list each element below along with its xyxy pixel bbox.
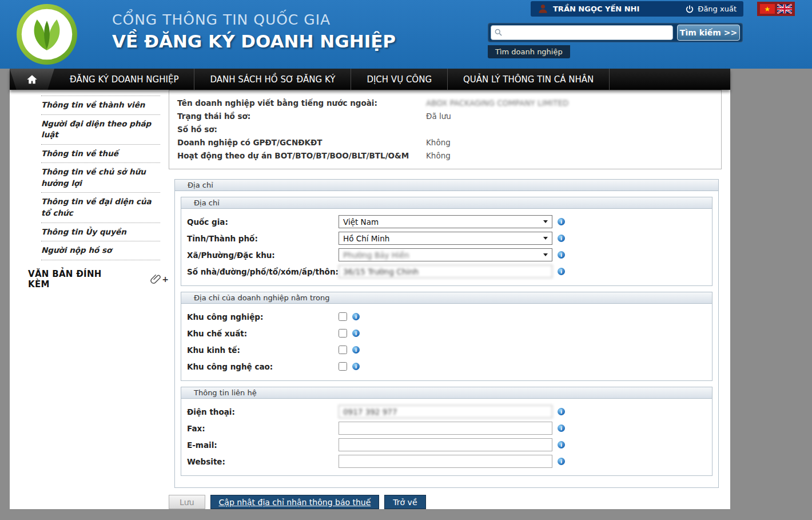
form-row: Quốc gia: Việt Nam	[181, 213, 712, 230]
language-switcher: ★	[757, 2, 795, 16]
page-header: CỔNG THÔNG TIN QUỐC GIA VỀ ĐĂNG KÝ DOANH…	[0, 0, 812, 69]
ward-select-value: Phường Bảy Hiền	[343, 251, 409, 260]
field-label: Website:	[187, 457, 339, 466]
dossier-status-value: Đã lưu	[426, 112, 451, 121]
content-area: Thông tin về thành viên Người đại diện t…	[10, 90, 730, 509]
site-title-line1: CỔNG THÔNG TIN QUỐC GIA	[112, 11, 396, 28]
address-fieldset: Địa chỉ Quốc gia: Việt Nam Tỉnh/Thành ph…	[181, 197, 713, 286]
save-button[interactable]: Lưu	[169, 495, 205, 509]
form-row: Khu công nghiệp:	[181, 308, 712, 325]
info-icon[interactable]	[352, 346, 360, 354]
address-section: Địa chỉ Địa chỉ Quốc gia: Việt Nam	[174, 179, 719, 488]
sidebar-item-dai-dien-phap-luat[interactable]: Người đại diện theo pháp luật	[41, 115, 160, 145]
hightech-zone-checkbox[interactable]	[339, 362, 347, 371]
info-icon[interactable]	[558, 268, 565, 275]
form-row: Khu chế xuất:	[181, 325, 712, 342]
summary-row: Doanh nghiệp có GPĐT/GCNĐKĐT Không	[177, 136, 713, 149]
website-input[interactable]	[339, 455, 552, 468]
form-row: Điện thoại:	[181, 403, 712, 420]
info-icon[interactable]	[352, 330, 360, 337]
field-label: E-mail:	[187, 440, 339, 450]
nav-item-dich-vu-cong[interactable]: DỊCH VỤ CÔNG	[351, 69, 448, 90]
zone-fieldset: Địa chỉ của doanh nghiệp nằm trong Khu c…	[181, 292, 713, 381]
chevron-down-icon	[543, 220, 548, 223]
ward-select[interactable]: Phường Bảy Hiền	[339, 248, 552, 261]
info-icon[interactable]	[352, 313, 360, 320]
field-label: Khu công nghiệp:	[187, 312, 339, 321]
search-input[interactable]	[491, 25, 673, 40]
info-icon[interactable]	[558, 441, 565, 448]
field-label: Fax:	[187, 424, 339, 433]
power-icon	[685, 5, 694, 14]
export-processing-zone-checkbox[interactable]	[339, 329, 347, 338]
phone-input[interactable]	[339, 405, 552, 418]
summary-label: Tên doanh nghiệp viết bằng tiếng nước ng…	[177, 98, 426, 108]
sidebar-item-thue[interactable]: Thông tin về thuế	[41, 145, 160, 164]
info-icon[interactable]	[558, 424, 565, 432]
bot-project-value: Không	[426, 151, 451, 160]
info-icon[interactable]	[558, 251, 565, 259]
summary-label: Doanh nghiệp có GPĐT/GCNĐKĐT	[177, 138, 426, 147]
field-label: Tỉnh/Thành phố:	[187, 234, 339, 243]
vietnamese-flag-icon[interactable]: ★	[760, 4, 775, 14]
summary-label: Hoạt động theo dự án BOT/BTO/BT/BOO/BLT/…	[177, 151, 426, 160]
province-select[interactable]: Hồ Chí Minh	[339, 232, 552, 245]
email-input[interactable]	[339, 438, 552, 451]
logout-control[interactable]: Đăng xuất	[685, 5, 737, 14]
field-label: Quốc gia:	[187, 217, 339, 227]
form-row: Tỉnh/Thành phố: Hồ Chí Minh	[181, 230, 712, 247]
sidebar-item-nguoi-nop-ho-so[interactable]: Người nộp hồ sơ	[41, 241, 160, 260]
foreign-company-name-value: ABOX PACKAGING COMPANY LIMITED	[426, 98, 568, 108]
fax-input[interactable]	[339, 422, 552, 435]
street-address-input[interactable]	[339, 265, 552, 278]
nav-home-tab[interactable]	[10, 69, 54, 90]
attachments-section: VĂN BẢN ĐÍNH KÈM +	[28, 269, 169, 289]
zone-fieldset-title: Địa chỉ của doanh nghiệp nằm trong	[181, 292, 712, 304]
search-tab-find-business[interactable]: Tìm doanh nghiệp	[488, 45, 570, 58]
form-row: Số nhà/đường/phố/tổ/xóm/ấp/thôn:	[181, 263, 712, 280]
main-panel: Tên doanh nghiệp viết bằng tiếng nước ng…	[169, 90, 730, 509]
economic-zone-checkbox[interactable]	[339, 346, 347, 354]
industrial-zone-checkbox[interactable]	[339, 312, 347, 321]
logout-label: Đăng xuất	[698, 5, 737, 13]
info-icon[interactable]	[558, 235, 565, 242]
user-name: TRẦN NGỌC YẾN NHI	[553, 5, 639, 13]
form-row: Xã/Phường/Đặc khu: Phường Bảy Hiền	[181, 247, 712, 263]
form-row: Khu kinh tế:	[181, 342, 712, 358]
site-logo[interactable]	[16, 3, 78, 65]
sidebar: Thông tin về thành viên Người đại diện t…	[10, 90, 169, 509]
country-select[interactable]: Việt Nam	[339, 215, 552, 228]
add-attachment-button[interactable]: +	[150, 273, 169, 285]
info-icon[interactable]	[558, 458, 565, 465]
dossier-summary: Tên doanh nghiệp viết bằng tiếng nước ng…	[169, 90, 722, 169]
action-buttons: Lưu Cập nhật địa chỉ nhận thông báo thuế…	[169, 495, 722, 509]
nav-item-danh-sach-ho-so[interactable]: DANH SÁCH HỒ SƠ ĐĂNG KÝ	[194, 69, 351, 90]
address-fieldset-title: Địa chỉ	[181, 197, 712, 209]
form-row: Website:	[181, 453, 712, 470]
address-section-title: Địa chỉ	[175, 180, 718, 191]
sidebar-item-thanh-vien[interactable]: Thông tin về thành viên	[41, 96, 160, 115]
nav-item-quan-ly-thong-tin[interactable]: QUẢN LÝ THÔNG TIN CÁ NHÂN	[448, 69, 610, 90]
sidebar-item-dai-dien-to-chuc[interactable]: Thông tin về đại diện của tổ chức	[41, 193, 160, 223]
sidebar-item-chu-so-huu[interactable]: Thông tin về chủ sở hữu hưởng lợi	[41, 163, 160, 193]
contact-fieldset: Thông tin liên hệ Điện thoại: Fax:	[181, 387, 713, 476]
info-icon[interactable]	[558, 408, 565, 415]
search-panel: Tìm kiếm >>	[488, 23, 743, 42]
back-button[interactable]: Trở về	[384, 495, 425, 509]
sidebar-item-uy-quyen[interactable]: Thông tin Ủy quyền	[41, 223, 160, 242]
update-tax-address-button[interactable]: Cập nhật địa chỉ nhận thông báo thuế	[210, 495, 380, 509]
home-icon	[26, 73, 38, 86]
contact-fieldset-title: Thông tin liên hệ	[181, 387, 712, 399]
country-select-value: Việt Nam	[343, 217, 379, 227]
info-icon[interactable]	[352, 363, 360, 370]
search-button[interactable]: Tìm kiếm >>	[677, 25, 740, 41]
site-title: CỔNG THÔNG TIN QUỐC GIA VỀ ĐĂNG KÝ DOANH…	[112, 11, 396, 51]
main-nav: ĐĂNG KÝ DOANH NGHIỆP DANH SÁCH HỒ SƠ ĐĂN…	[10, 69, 730, 90]
form-row: Fax:	[181, 420, 712, 436]
search-icon	[494, 28, 503, 37]
attachments-label[interactable]: VĂN BẢN ĐÍNH KÈM	[28, 269, 117, 289]
nav-item-dang-ky-doanh-nghiep[interactable]: ĐĂNG KÝ DOANH NGHIỆP	[54, 69, 194, 90]
chevron-down-icon	[543, 237, 548, 240]
uk-flag-icon[interactable]	[777, 4, 792, 14]
info-icon[interactable]	[558, 218, 565, 225]
